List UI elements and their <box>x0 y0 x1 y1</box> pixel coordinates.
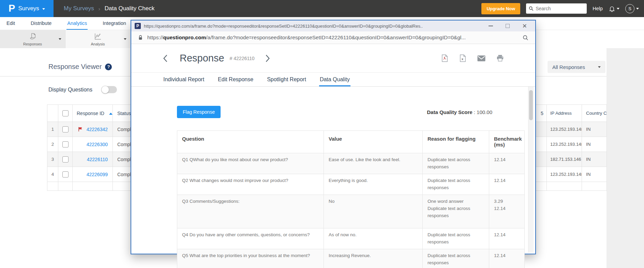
row-checkbox-cell <box>58 152 73 167</box>
dq-row: Q2 What changes would most improve our p… <box>177 174 525 195</box>
response-id-link[interactable]: 42226099 <box>87 172 108 177</box>
row-checkbox[interactable] <box>62 156 69 163</box>
help-link[interactable]: Help <box>593 6 603 11</box>
survey-nav-tab[interactable]: Analytics <box>66 17 88 30</box>
dq-benchmark-cell: 12.14 <box>489 228 525 249</box>
product-name: Surveys <box>18 5 39 12</box>
topbar-right-group: Upgrade Now Help S <box>481 3 644 14</box>
flag-icon <box>78 127 83 132</box>
search-input[interactable] <box>536 6 580 11</box>
response-id-cell: 42226342 <box>73 122 113 137</box>
caret-down-icon[interactable] <box>59 38 61 40</box>
row-checkbox[interactable] <box>62 171 69 178</box>
document-in-hand-icon <box>28 32 37 41</box>
dq-reason-cell: Duplicate text across responses <box>423 174 489 195</box>
dq-question-cell: Q2 What changes would most improve our p… <box>177 174 324 195</box>
upgrade-now-button[interactable]: Upgrade Now <box>481 3 520 14</box>
notifications-menu[interactable] <box>609 5 619 12</box>
minimize-icon[interactable] <box>489 26 493 26</box>
breadcrumb-my-surveys[interactable]: My Surveys <box>64 5 94 12</box>
response-tab[interactable]: Edit Response <box>217 73 254 86</box>
dq-value-cell: No <box>324 195 423 228</box>
dq-row: Q1 QWhat do you like most about our new … <box>177 153 525 174</box>
dq-row: Q4 Do you have any other comments, quest… <box>177 228 525 249</box>
dq-row: Q3 Comments/Suggestions: No One word ans… <box>177 195 525 228</box>
all-responses-dropdown[interactable]: All Responses <box>548 61 605 73</box>
ip-address-cell: 123.252.193.148 <box>547 167 582 182</box>
print-icon[interactable] <box>496 55 504 62</box>
caret-down-icon <box>636 8 639 10</box>
country-code-cell: IN <box>582 152 607 167</box>
pdf-export-icon[interactable] <box>441 54 448 62</box>
chevron-right-icon[interactable] <box>265 54 270 62</box>
survey-nav-tab[interactable]: Distribute <box>30 17 52 30</box>
window-title-bar[interactable]: P https://questionpro.com/a/frame.do?mod… <box>131 20 535 31</box>
questionpro-logo-icon: P <box>9 3 15 13</box>
row-number: 2 <box>47 137 58 152</box>
display-questions-toggle[interactable] <box>101 86 117 93</box>
address-bar[interactable]: https://questionpro.com/a/frame.do?mode=… <box>131 31 535 44</box>
email-icon[interactable] <box>477 55 485 61</box>
benchmark-header: Benchmark (ms) <box>489 131 525 153</box>
window-title: https://questionpro.com/a/frame.do?mode=… <box>144 24 482 29</box>
dq-value-cell: As of now no. <box>324 228 423 249</box>
select-all-header <box>58 105 73 122</box>
row-checkbox-cell <box>58 122 73 137</box>
survey-nav-tab[interactable]: Edit <box>6 17 16 30</box>
response-id-cell: 42226099 <box>73 167 113 182</box>
dq-value-cell: Everything is good. <box>324 174 423 195</box>
breadcrumb: My Surveys › Data Quality Check <box>64 5 154 12</box>
response-title: Response <box>180 53 224 64</box>
top-navbar: P Surveys My Surveys › Data Quality Chec… <box>0 0 644 17</box>
toolbar-item-analysis[interactable]: Analysis <box>65 30 130 48</box>
select-all-checkbox[interactable] <box>62 110 69 116</box>
row-checkbox[interactable] <box>62 126 69 132</box>
analytics-toolbar: Responses Analysis <box>0 30 130 48</box>
excel-export-icon[interactable]: x <box>459 54 466 62</box>
row-checkbox-cell <box>58 167 73 182</box>
toolbar-item-label: Responses <box>23 42 42 46</box>
value-header: Value <box>324 131 423 153</box>
dq-benchmark-cell: 12.14 <box>489 153 525 174</box>
dq-reason-cell: Duplicate text across responses <box>423 153 489 174</box>
question-header: Question <box>177 131 324 153</box>
ip-address-header[interactable]: IP Address <box>547 105 582 122</box>
chevron-left-icon[interactable] <box>163 54 168 62</box>
response-tab[interactable]: Data Quality <box>319 73 350 86</box>
scrollbar-thumb[interactable] <box>529 90 533 120</box>
caret-down-icon[interactable] <box>124 38 126 40</box>
response-id-link[interactable]: 42226342 <box>87 127 108 132</box>
survey-nav-tab[interactable]: Integration <box>102 17 127 30</box>
global-search[interactable] <box>526 3 587 14</box>
data-quality-score: Data Quality Score : 100.00 <box>427 109 524 115</box>
response-id-link[interactable]: 42226110 <box>87 157 108 162</box>
country-code-cell: IN <box>582 122 607 137</box>
reason-header: Reason for flagging <box>423 131 489 153</box>
response-id-header[interactable]: Response ID <box>73 105 113 122</box>
response-tabs: Individual ReportEdit ResponseSpotlight … <box>131 73 535 87</box>
dq-row: Q5 What are the top priorities in your b… <box>177 249 525 268</box>
row-number-header <box>47 105 58 122</box>
dq-benchmark-cell: 12.14 <box>489 174 525 195</box>
zoom-icon[interactable] <box>523 35 528 41</box>
response-tab[interactable]: Spotlight Report <box>266 73 307 86</box>
response-tab[interactable]: Individual Report <box>163 73 205 86</box>
question-mark-circle-icon[interactable]: ? <box>105 64 112 70</box>
dq-question-cell: Q5 What are the top priorities in your b… <box>177 249 324 268</box>
product-switcher[interactable]: P Surveys <box>0 0 54 17</box>
maximize-icon[interactable] <box>506 24 510 28</box>
modal-scrollbar[interactable] <box>528 87 534 253</box>
url-domain: questionpro.com <box>163 34 206 40</box>
questionpro-app: P Surveys My Surveys › Data Quality Chec… <box>0 0 644 268</box>
account-menu[interactable]: S <box>625 4 639 13</box>
response-number: # 42226110 <box>230 56 255 61</box>
dq-reason-cell: Duplicate text across responses <box>423 249 489 268</box>
country-code-header[interactable]: Country Code <box>582 105 607 122</box>
sort-asc-icon[interactable] <box>109 113 113 115</box>
row-checkbox[interactable] <box>62 141 69 147</box>
response-id-link[interactable]: 42226300 <box>87 142 108 147</box>
toolbar-item-responses[interactable]: Responses <box>0 30 65 48</box>
flag-response-button[interactable]: Flag Response <box>177 106 221 118</box>
close-icon[interactable]: ✕ <box>522 23 527 29</box>
lock-icon <box>138 35 143 40</box>
